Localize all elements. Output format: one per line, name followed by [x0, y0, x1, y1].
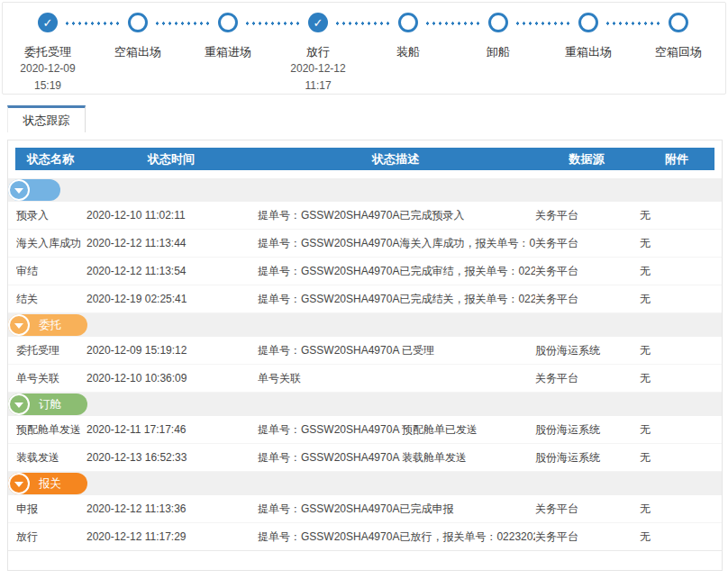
cell-status-name: 放行	[16, 529, 86, 545]
tab-bar: 状态跟踪	[7, 105, 728, 132]
cell-data-source: 关务平台	[535, 371, 640, 386]
cell-status-desc: 提单号：GSSW20SHA4970A已完成预录入	[258, 208, 535, 223]
cell-status-time: 2020-12-12 11:13:54	[86, 265, 258, 277]
column-header: 附件	[639, 151, 714, 167]
cell-status-time: 2020-12-12 11:13:36	[86, 502, 258, 515]
stepper-step-1: ✓ 委托受理 2020-12-09 15:19	[3, 13, 93, 95]
cell-attachment: 无	[640, 208, 722, 223]
status-group-row	[8, 178, 722, 202]
cell-attachment: 无	[640, 292, 722, 307]
cell-status-desc: 单号关联	[258, 371, 535, 386]
cell-status-name: 预录入	[16, 208, 86, 223]
cell-attachment: 无	[640, 422, 722, 438]
cell-status-desc: 提单号：GSSW20SHA4970A 装载舱单发送	[258, 450, 535, 466]
cell-status-desc: 提单号：GSSW20SHA4970A海关入库成功，报关单号：022...	[258, 236, 535, 251]
status-row: 结关 2020-12-19 02:25:41 提单号：GSSW20SHA4970…	[8, 285, 722, 313]
group-label: 报关	[39, 473, 87, 494]
cell-data-source: 关务平台	[535, 292, 640, 307]
cell-status-desc: 提单号：GSSW20SHA4970A已完成申报	[258, 502, 535, 517]
cell-data-source: 关务平台	[535, 208, 640, 223]
cell-data-source: 股份海运系统	[535, 343, 640, 358]
group-label: 委托	[39, 314, 87, 336]
cell-attachment: 无	[640, 371, 722, 386]
cell-status-desc: 提单号：GSSW20SHA4970A 已受理	[258, 343, 535, 358]
collapse-caret-icon[interactable]	[8, 394, 30, 415]
cell-status-name: 委托受理	[16, 343, 86, 358]
step-label: 空箱回场	[655, 44, 702, 60]
step-time: 11:17	[305, 77, 331, 95]
stepper-step-6: 卸船	[453, 13, 543, 95]
cell-status-name: 装载发送	[16, 450, 86, 466]
cell-status-time: 2020-12-10 11:02:11	[86, 209, 258, 222]
step-date: 2020-12-12	[290, 60, 345, 77]
cell-status-time: 2020-12-11 17:17:46	[86, 423, 258, 436]
table-body: 预录入 2020-12-10 11:02:11 提单号：GSSW20SHA497…	[8, 178, 722, 551]
cell-attachment: 无	[640, 529, 722, 545]
cell-attachment: 无	[640, 502, 722, 517]
cell-data-source: 股份海运系统	[535, 422, 640, 438]
cell-data-source: 股份海运系统	[535, 450, 640, 466]
cell-status-desc: 提单号：GSSW20SHA4970A 预配舱单已发送	[258, 422, 535, 438]
collapse-caret-icon[interactable]	[8, 179, 30, 201]
step-pending-circle-icon	[488, 13, 508, 32]
status-group-row: 订舱	[8, 393, 722, 416]
stepper-step-2: 空箱出场	[93, 13, 183, 95]
cell-status-time: 2020-12-09 15:19:12	[86, 344, 258, 357]
cell-attachment: 无	[640, 343, 722, 358]
cell-attachment: 无	[640, 236, 722, 251]
collapse-caret-icon[interactable]	[8, 314, 30, 336]
cell-data-source: 关务平台	[535, 264, 640, 279]
collapse-caret-icon[interactable]	[8, 473, 30, 494]
status-table-panel: 状态名称状态时间状态描述数据源附件 预录入 2020-12-10 11:02:1…	[7, 140, 723, 571]
step-label: 重箱出场	[565, 44, 612, 60]
status-row: 审结 2020-12-12 11:13:54 提单号：GSSW20SHA4970…	[8, 258, 722, 285]
stepper-step-4: ✓ 放行 2020-12-12 11:17	[273, 13, 363, 95]
column-header: 状态名称	[15, 151, 86, 167]
step-date: 2020-12-09	[20, 60, 75, 77]
step-label: 空箱出场	[114, 44, 161, 60]
stepper-step-3: 重箱进场	[183, 13, 273, 95]
status-row: 申报 2020-12-12 11:13:36 提单号：GSSW20SHA4970…	[8, 495, 722, 523]
progress-stepper-panel: ✓ 委托受理 2020-12-09 15:19 空箱出场 重箱进场 ✓ 放行 2…	[2, 2, 726, 95]
step-label: 装船	[396, 44, 420, 60]
cell-status-time: 2020-12-19 02:25:41	[86, 293, 258, 305]
status-row: 委托受理 2020-12-09 15:19:12 提单号：GSSW20SHA49…	[8, 337, 722, 365]
step-label: 重箱进场	[205, 44, 251, 60]
progress-stepper: ✓ 委托受理 2020-12-09 15:19 空箱出场 重箱进场 ✓ 放行 2…	[3, 3, 725, 95]
cell-status-name: 审结	[16, 264, 86, 279]
status-row: 单号关联 2020-12-10 10:36:09 单号关联 关务平台 无	[8, 365, 722, 393]
status-row: 预配舱单发送 2020-12-11 17:17:46 提单号：GSSW20SHA…	[8, 416, 722, 444]
step-pending-circle-icon	[218, 13, 238, 32]
status-row: 海关入库成功 2020-12-12 11:13:44 提单号：GSSW20SHA…	[8, 230, 722, 258]
stepper-step-7: 重箱出场	[543, 13, 633, 95]
cell-status-name: 海关入库成功	[16, 236, 86, 251]
step-label: 委托受理	[24, 44, 71, 60]
group-label: 订舱	[39, 394, 87, 415]
column-header: 数据源	[534, 151, 639, 167]
status-row: 放行 2020-12-12 11:17:29 提单号：GSSW20SHA4970…	[8, 523, 722, 551]
cell-status-time: 2020-12-13 16:52:33	[86, 451, 258, 464]
cell-status-time: 2020-12-12 11:17:29	[86, 530, 258, 543]
status-row: 预录入 2020-12-10 11:02:11 提单号：GSSW20SHA497…	[8, 202, 722, 230]
cell-status-desc: 提单号：GSSW20SHA4970A已放行，报关单号：02232020...	[258, 529, 535, 545]
step-time: 15:19	[34, 77, 61, 95]
step-label: 卸船	[487, 44, 510, 60]
step-pending-circle-icon	[398, 13, 418, 32]
column-header: 状态时间	[86, 151, 257, 167]
cell-data-source: 关务平台	[535, 502, 640, 517]
step-pending-circle-icon	[128, 13, 148, 32]
cell-status-name: 结关	[16, 292, 86, 307]
cell-attachment: 无	[640, 264, 722, 279]
stepper-step-8: 空箱回场	[633, 13, 723, 95]
cell-data-source: 关务平台	[535, 236, 640, 251]
status-group-row: 委托	[8, 313, 722, 337]
cell-status-name: 预配舱单发送	[16, 422, 86, 438]
step-done-check-icon: ✓	[38, 13, 58, 32]
cell-status-time: 2020-12-12 11:13:44	[86, 237, 258, 249]
step-pending-circle-icon	[669, 13, 688, 32]
tab-status-tracking[interactable]: 状态跟踪	[7, 105, 86, 132]
column-header: 状态描述	[257, 151, 534, 167]
stepper-step-5: 装船	[363, 13, 453, 95]
step-pending-circle-icon	[578, 13, 598, 32]
cell-status-time: 2020-12-10 10:36:09	[86, 372, 258, 384]
